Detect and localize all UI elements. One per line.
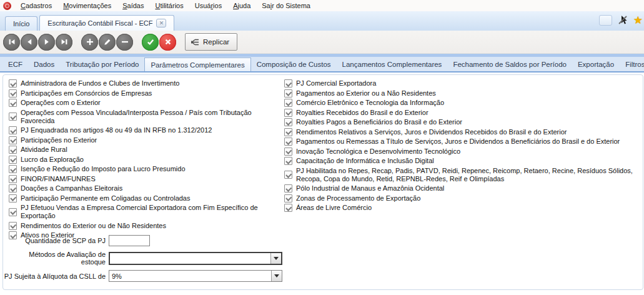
subtab-lancamentos-complementares[interactable]: Lançamentos Complementares <box>337 57 448 71</box>
menu-saidas[interactable]: Saídas <box>117 1 149 11</box>
checkbox[interactable] <box>9 175 17 183</box>
checkbox[interactable] <box>284 157 292 165</box>
checkbox-label: Rendimentos do Exterior ou de Não Reside… <box>21 222 166 230</box>
checkbox-row: Pagamentos ou Remessas a Título de Servi… <box>284 138 638 146</box>
subtab-exportacao[interactable]: Exportação <box>572 57 620 71</box>
add-record-button[interactable] <box>81 34 98 51</box>
checkbox[interactable] <box>9 222 17 230</box>
checkbox-row: PJ Habilitada no Repes, Recap, Padis, PA… <box>284 167 638 183</box>
checkbox[interactable] <box>284 99 292 107</box>
replicar-button[interactable]: Replicar <box>185 33 237 51</box>
quantidade-scp-input[interactable] <box>109 235 150 246</box>
cursor-slash-icon[interactable] <box>617 14 628 27</box>
tab-inicio[interactable]: Início <box>5 16 37 31</box>
checkbox[interactable] <box>284 194 292 202</box>
cancel-button[interactable] <box>159 34 176 51</box>
menu-ajuda[interactable]: Ajuda <box>227 1 256 11</box>
menu-utilitarios[interactable]: Utilitários <box>149 1 189 11</box>
confirm-button[interactable] <box>142 34 159 51</box>
checkbox-row: Capacitação de Informática e Inclusão Di… <box>284 157 638 165</box>
menu-sair-do-sistema[interactable]: Sair do Sistema <box>256 1 316 11</box>
checkbox-row: Administradora de Fundos e Clubes de Inv… <box>9 79 279 88</box>
subtab-composicao-de-custos[interactable]: Composição de Custos <box>251 57 337 71</box>
checkbox-label: Royalties Pagos a Beneficiários do Brasi… <box>296 118 462 126</box>
checkbox-row: Isenção e Redução do Imposto para Lucro … <box>9 165 279 173</box>
skip-to-end-icon <box>59 37 69 47</box>
aliquota-csll-combobox[interactable]: 9% <box>109 270 282 282</box>
checkbox-label: Participações em Consórcios de Empresas <box>21 89 152 98</box>
checkbox[interactable] <box>9 136 17 144</box>
checkbox-label: Administradora de Fundos e Clubes de Inv… <box>21 79 179 88</box>
metodos-avaliacao-combobox[interactable] <box>109 252 282 265</box>
checkbox-row: Participações no Exterior <box>9 136 279 144</box>
checkbox[interactable] <box>9 146 17 154</box>
checkbox-row: FINOR/FINAM/FUNRES <box>9 175 279 183</box>
form-row-metodos-avaliacao: Métodos de Avaliação de estoque <box>4 251 282 266</box>
arrow-left-icon <box>24 37 34 47</box>
last-record-button[interactable] <box>56 34 72 51</box>
replicar-label: Replicar <box>203 38 229 46</box>
menu-bar: Cadastros Movimentações Saídas Utilitári… <box>0 0 644 11</box>
delete-record-button[interactable] <box>116 34 133 51</box>
checkbox-label: Royalties Recebidos do Brasil e do Exter… <box>296 109 429 117</box>
menu-usuarios[interactable]: Usuários <box>189 1 227 11</box>
combobox-value: 9% <box>109 272 271 280</box>
previous-record-button[interactable] <box>21 34 37 51</box>
replicate-branch-icon <box>191 38 200 47</box>
checkbox[interactable] <box>284 128 292 136</box>
checkbox[interactable] <box>284 204 292 212</box>
menu-movimentacoes[interactable]: Movimentações <box>57 1 117 11</box>
pencil-icon <box>102 37 112 47</box>
checkbox[interactable] <box>9 99 17 107</box>
checkbox[interactable] <box>284 171 292 179</box>
checkbox[interactable] <box>9 79 17 88</box>
checkbox[interactable] <box>9 89 17 98</box>
checkbox[interactable] <box>9 165 17 173</box>
dropdown-arrow-icon[interactable] <box>270 253 281 264</box>
checkbox[interactable] <box>284 109 292 117</box>
subtab-tributacao-por-periodo[interactable]: Tributação por Período <box>60 57 144 71</box>
close-tab-icon[interactable]: ✕ <box>156 19 166 28</box>
subtab-ecf[interactable]: ECF <box>2 57 28 71</box>
checkbox[interactable] <box>9 112 17 121</box>
checkbox[interactable] <box>284 148 292 156</box>
checkbox-row: PJ Efetuou Vendas a Empresa Comercial Ex… <box>9 204 279 220</box>
first-record-button[interactable] <box>3 34 20 51</box>
checkbox[interactable] <box>9 208 17 216</box>
dropdown-arrow-icon[interactable] <box>271 271 282 281</box>
next-record-button[interactable] <box>38 34 55 51</box>
field-label: Quantidade de SCP da PJ <box>4 237 109 244</box>
tab-escrituracao-contabil-fiscal-ecf[interactable]: Escrituração Contábil Fiscal - ECF ✕ <box>39 15 174 31</box>
subtab-filtros[interactable]: Filtros <box>620 57 644 71</box>
checkbox[interactable] <box>284 118 292 126</box>
checkbox[interactable] <box>9 156 17 164</box>
checkbox-row: Royalties Recebidos do Brasil e do Exter… <box>284 109 638 117</box>
checkbox[interactable] <box>9 184 17 192</box>
subtab-parametros-complementares[interactable]: Parâmetros Complementares <box>144 58 250 71</box>
checkbox-row: Participações em Consórcios de Empresas <box>9 89 279 98</box>
checkbox[interactable] <box>284 138 292 146</box>
checkbox[interactable] <box>9 126 17 134</box>
checkbox-label: Lucro da Exploração <box>21 156 84 164</box>
checkbox-label: Comércio Eletrônico e Tecnologia da Info… <box>296 99 444 107</box>
form-row-aliquota-csll: PJ Sujeita à Alíquota da CSLL de 9% <box>4 270 282 282</box>
app-window: Cadastros Movimentações Saídas Utilitári… <box>0 0 644 295</box>
checkbox[interactable] <box>9 194 17 202</box>
checkbox-row: Áreas de Livre Comércio <box>284 204 638 212</box>
checkbox-row: Rendimentos do Exterior ou de Não Reside… <box>9 222 279 230</box>
menu-cadastros[interactable]: Cadastros <box>15 1 57 11</box>
checkbox-row: Lucro da Exploração <box>9 156 279 164</box>
checkbox-label: Zonas de Processamento de Exportação <box>296 194 420 202</box>
subtab-fechamento-de-saldos-por-periodo[interactable]: Fechamento de Saldos por Período <box>447 57 572 71</box>
checkbox[interactable] <box>284 89 292 98</box>
field-label: Métodos de Avaliação de estoque <box>4 251 109 266</box>
checkbox-label: Participações no Exterior <box>21 136 97 144</box>
subtab-dados[interactable]: Dados <box>28 57 60 71</box>
checkbox-label: Pólo Industrial de Manaus e Amazônia Oci… <box>296 184 444 192</box>
checkbox-label: FINOR/FINAM/FUNRES <box>21 175 96 183</box>
chevron-down-icon[interactable] <box>599 15 612 26</box>
checkbox[interactable] <box>284 79 292 88</box>
checkbox[interactable] <box>284 184 292 192</box>
star-icon[interactable]: ★ <box>633 14 643 27</box>
edit-record-button[interactable] <box>99 34 116 51</box>
